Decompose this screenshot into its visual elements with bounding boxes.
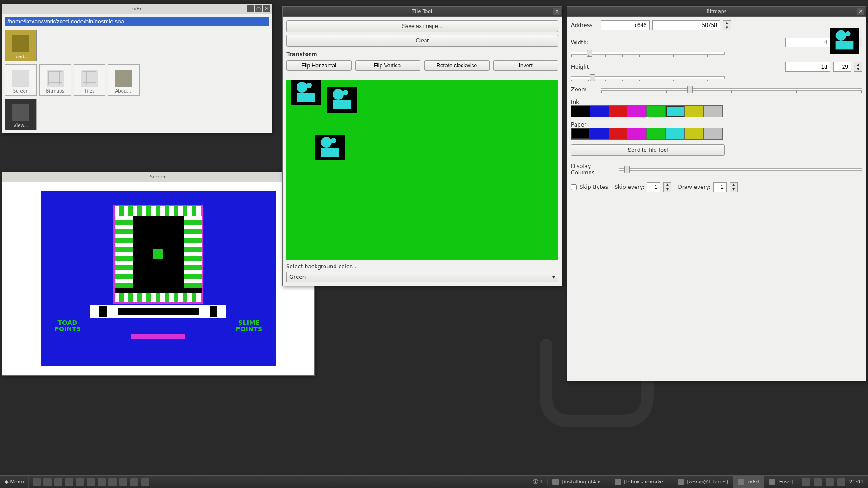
ql-icon[interactable] [76, 478, 84, 486]
tool-bitmaps[interactable]: Bitmaps [39, 64, 71, 96]
taskbar-item-label: [Fuse] [778, 479, 793, 485]
file-path-input[interactable] [5, 17, 269, 26]
color-swatch[interactable] [647, 128, 666, 140]
clock[interactable]: 21:01 [849, 479, 863, 485]
height-dec-input[interactable] [833, 62, 851, 72]
pink-bar [131, 334, 185, 339]
bitmap-preview[interactable] [830, 28, 859, 54]
tool-view[interactable]: View... [5, 99, 37, 130]
clear-button[interactable]: Clear [286, 35, 558, 47]
draw-every-input[interactable] [713, 182, 727, 192]
sprite-1[interactable] [291, 80, 321, 105]
minimize-button[interactable]: − [247, 5, 254, 12]
draw-every-spinner[interactable]: ▲▼ [730, 182, 738, 192]
tool-load[interactable]: Load... [5, 30, 37, 61]
tray-icon[interactable] [802, 478, 810, 486]
color-swatch[interactable] [666, 128, 685, 140]
address-dec-input[interactable] [652, 20, 720, 30]
height-slider[interactable] [571, 76, 725, 79]
ql-icon[interactable] [119, 478, 127, 486]
tool-label: View... [14, 123, 28, 128]
sprite-2[interactable] [327, 87, 357, 113]
tile-canvas[interactable] [286, 80, 558, 260]
tray-icon[interactable] [826, 478, 834, 486]
color-swatch[interactable] [685, 105, 704, 117]
tool-label: Bitmaps [46, 89, 65, 94]
ql-icon[interactable] [33, 478, 41, 486]
invert-button[interactable]: Invert [493, 60, 559, 71]
color-swatch[interactable] [609, 128, 628, 140]
width-slider[interactable] [571, 52, 725, 55]
flip-vertical-button[interactable]: Flip Vertical [355, 60, 421, 71]
screen-icon [12, 70, 29, 87]
close-button[interactable]: ✕ [553, 8, 561, 15]
address-hex-input[interactable] [601, 20, 650, 30]
display-columns-slider[interactable] [619, 168, 862, 171]
ql-icon[interactable] [130, 478, 138, 486]
tiletool-title: Tile Tool [412, 9, 432, 14]
bitmaps-icon [47, 70, 64, 87]
rotate-clockwise-button[interactable]: Rotate clockwise [424, 60, 490, 71]
taskbar-item[interactable]: zxEd [733, 476, 764, 488]
bg-color-select[interactable]: Green ▾ [286, 272, 558, 282]
color-swatch[interactable] [628, 128, 647, 140]
color-swatch[interactable] [685, 128, 704, 140]
tool-about[interactable]: About... [108, 64, 140, 96]
ql-icon[interactable] [87, 478, 95, 486]
taskbar-item[interactable]: [Fuse] [764, 476, 798, 488]
menu-button[interactable]: ◆ Menu [0, 476, 29, 488]
bg-color-value: Green [289, 274, 306, 280]
tiletool-titlebar[interactable]: Tile Tool ✕ [283, 7, 562, 17]
ql-icon[interactable] [43, 478, 52, 486]
color-swatch[interactable] [628, 105, 647, 117]
workspace-indicator[interactable]: ⓘ 1 [528, 479, 548, 485]
taskbar-item[interactable]: [Inbox - remake... [610, 476, 673, 488]
screen-titlebar[interactable]: Screen [2, 172, 314, 182]
app-icon [738, 479, 744, 485]
ql-icon[interactable] [54, 478, 62, 486]
taskbar-item[interactable]: [kevan@Titan ~] [673, 476, 734, 488]
ql-icon[interactable] [98, 478, 106, 486]
send-to-tile-tool-button[interactable]: Send to Tile Tool [571, 144, 725, 156]
maximize-button[interactable]: ▢ [255, 5, 262, 12]
color-swatch[interactable] [609, 105, 628, 117]
tray-icon[interactable] [814, 478, 822, 486]
ql-icon[interactable] [141, 478, 149, 486]
color-swatch[interactable] [571, 128, 590, 140]
svg-point-3 [333, 89, 344, 100]
height-spinner[interactable]: ▲▼ [854, 62, 862, 72]
skip-every-input[interactable] [647, 182, 660, 192]
color-swatch[interactable] [666, 105, 685, 117]
color-swatch[interactable] [647, 105, 666, 117]
tool-screen[interactable]: Screen [5, 64, 37, 96]
skip-bytes-checkbox[interactable] [571, 184, 577, 190]
close-button[interactable]: ✕ [263, 5, 270, 12]
taskbar-item-label: [kevan@Titan ~] [687, 479, 729, 485]
zxed-titlebar[interactable]: zxEd − ▢ ✕ [2, 4, 272, 14]
screen-canvas[interactable]: TOADPOINTS SLIMEPOINTS [41, 191, 276, 366]
ql-icon[interactable] [65, 478, 73, 486]
svg-rect-4 [333, 100, 351, 109]
ql-icon[interactable] [108, 478, 117, 486]
taskbar-item[interactable]: [installing qt4 d... [548, 476, 610, 488]
color-swatch[interactable] [590, 105, 609, 117]
color-swatch[interactable] [704, 105, 723, 117]
tray-icon[interactable] [837, 478, 845, 486]
address-spinner[interactable]: ▲▼ [723, 20, 731, 30]
height-hex-input[interactable] [785, 62, 830, 72]
color-swatch[interactable] [704, 128, 723, 140]
close-button[interactable]: ✕ [857, 8, 864, 15]
ink-label: Ink [571, 99, 862, 105]
width-hex-input[interactable] [785, 38, 830, 47]
skip-every-spinner[interactable]: ▲▼ [663, 182, 671, 192]
zoom-slider[interactable] [601, 88, 862, 91]
zxed-window: zxEd − ▢ ✕ Load... Screen Bitmaps [2, 4, 272, 133]
sprite-3[interactable] [315, 135, 345, 160]
color-swatch[interactable] [571, 105, 590, 117]
zoom-label: Zoom [571, 86, 598, 93]
save-as-image-button[interactable]: Save as image... [286, 20, 558, 32]
flip-horizontal-button[interactable]: Flip Horizontal [286, 60, 352, 71]
tool-tiles[interactable]: Tiles [74, 64, 105, 96]
bitmaps-titlebar[interactable]: Bitmaps ✕ [567, 7, 866, 17]
color-swatch[interactable] [590, 128, 609, 140]
